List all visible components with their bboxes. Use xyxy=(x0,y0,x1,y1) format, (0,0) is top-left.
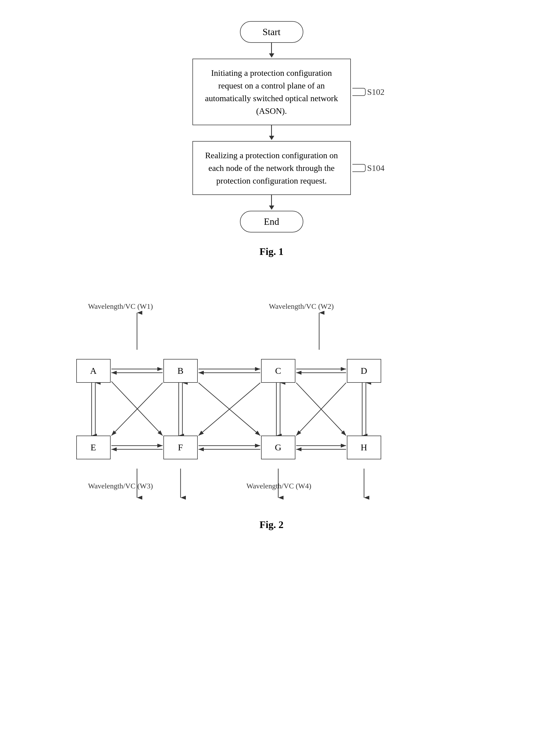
s104-label-text: S104 xyxy=(367,162,385,174)
node-C-label: C xyxy=(275,366,281,376)
w1-text: Wavelength/VC (W1) xyxy=(88,302,153,310)
w1-label: Wavelength/VC (W1) xyxy=(88,302,153,311)
start-label: Start xyxy=(263,27,280,37)
network-svg xyxy=(47,289,496,506)
node-D-label: D xyxy=(360,366,367,376)
node-E: E xyxy=(76,436,111,459)
node-H: H xyxy=(347,436,381,459)
w4-label: Wavelength/VC (W4) xyxy=(247,482,311,490)
step-s102-text: Initiating a protection configuration re… xyxy=(205,68,338,116)
s104-label: S104 xyxy=(352,162,385,174)
node-A: A xyxy=(76,359,111,383)
w3-label: Wavelength/VC (W3) xyxy=(88,482,153,490)
start-node: Start xyxy=(240,21,303,43)
w3-text: Wavelength/VC (W3) xyxy=(88,482,153,490)
node-A-label: A xyxy=(90,366,97,376)
fig2-caption: Fig. 2 xyxy=(260,519,283,530)
node-F-label: F xyxy=(178,442,183,452)
step-s104-box: Realizing a protection configuration on … xyxy=(193,141,351,195)
node-B: B xyxy=(164,359,198,383)
arrow-2 xyxy=(269,125,274,141)
page: Start Initiating a protection configurat… xyxy=(0,0,543,756)
node-H-label: H xyxy=(360,442,367,452)
node-C: C xyxy=(261,359,295,383)
node-B-label: B xyxy=(178,366,184,376)
curve-line-s102 xyxy=(352,88,365,96)
arrow-1 xyxy=(269,43,274,59)
fig1-container: Start Initiating a protection configurat… xyxy=(26,21,517,257)
node-D: D xyxy=(347,359,381,383)
node-G: G xyxy=(261,436,295,459)
node-G-label: G xyxy=(275,442,281,452)
end-label: End xyxy=(264,216,279,227)
flowchart: Start Initiating a protection configurat… xyxy=(166,21,377,232)
curve-line-s104 xyxy=(352,164,365,172)
step-s104-text: Realizing a protection configuration on … xyxy=(205,151,338,185)
network-diagram: Wavelength/VC (W1) Wavelength/VC (W2) Wa… xyxy=(47,289,496,506)
end-node: End xyxy=(240,211,303,232)
node-F: F xyxy=(164,436,198,459)
w2-text: Wavelength/VC (W2) xyxy=(269,302,334,310)
s102-label: S102 xyxy=(352,86,385,98)
arrow-3 xyxy=(269,195,274,211)
fig1-caption: Fig. 1 xyxy=(260,246,283,257)
s102-label-text: S102 xyxy=(367,86,385,98)
node-E-label: E xyxy=(91,442,96,452)
w2-label: Wavelength/VC (W2) xyxy=(269,302,334,311)
step-s102-box: Initiating a protection configuration re… xyxy=(193,59,351,125)
w4-text: Wavelength/VC (W4) xyxy=(247,482,311,490)
fig2-container: Wavelength/VC (W1) Wavelength/VC (W2) Wa… xyxy=(26,289,517,530)
